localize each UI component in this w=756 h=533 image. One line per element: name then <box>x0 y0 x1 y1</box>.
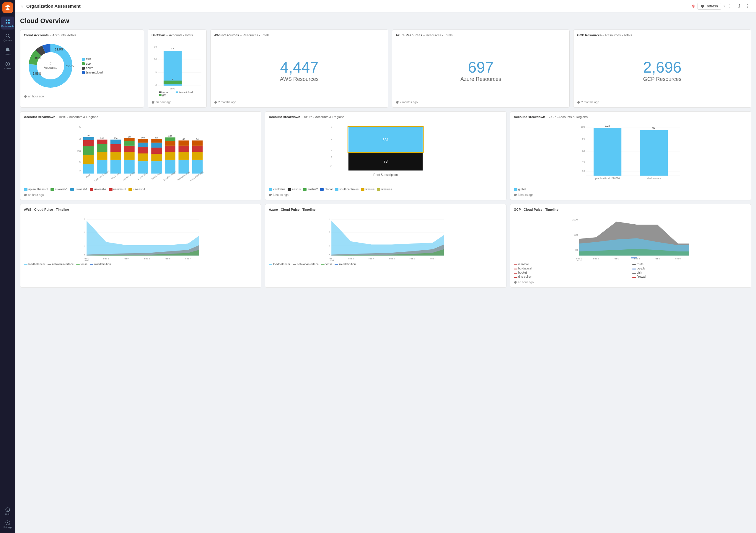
svg-text:5: 5 <box>331 150 333 153</box>
azure-breakdown-footer: 3 hours ago <box>269 193 502 196</box>
svg-rect-76 <box>124 146 135 152</box>
svg-rect-66 <box>110 152 121 160</box>
svg-rect-126 <box>192 140 203 146</box>
svg-text:Feb 4: Feb 4 <box>124 257 129 260</box>
svg-rect-84 <box>138 153 148 161</box>
svg-rect-58 <box>97 152 107 160</box>
svg-rect-114 <box>178 152 189 160</box>
gcp-breakdown-chart: 100 80 60 40 20 103 <box>514 121 747 186</box>
svg-text:6: 6 <box>329 217 331 220</box>
svg-text:Feb 2: Feb 2 <box>593 257 599 260</box>
svg-text:48: 48 <box>182 138 185 140</box>
svg-text:631: 631 <box>383 138 389 142</box>
svg-text:Feb 6: Feb 6 <box>675 257 681 260</box>
svg-rect-48 <box>83 155 94 164</box>
sidebar-item-help[interactable]: ? Help <box>1 505 14 518</box>
gcp-timeline-footer: an hour ago <box>514 281 747 284</box>
svg-rect-106 <box>165 146 176 152</box>
svg-rect-35 <box>159 91 162 93</box>
svg-rect-3 <box>8 22 10 23</box>
svg-rect-96 <box>151 148 162 154</box>
svg-text:5: 5 <box>79 160 81 163</box>
svg-text:88: 88 <box>128 136 130 138</box>
gcp-breakdown-footer: 3 hours ago <box>514 193 747 196</box>
svg-rect-70 <box>110 140 121 144</box>
svg-text:5: 5 <box>331 125 333 128</box>
svg-text:2023: 2023 <box>84 259 89 261</box>
svg-text:Audit: Audit <box>85 173 91 179</box>
svg-rect-98 <box>151 142 162 148</box>
bar-chart-title: BarChart – Accounts -Totals <box>151 33 203 37</box>
main-area: ☆ Organization Assessment ❋ Refresh ▾ ⛶ … <box>15 0 756 533</box>
legend-aws: aws <box>82 58 103 61</box>
gcp-breakdown-card: Account Breakdown – GCP - Accounts & Reg… <box>510 111 751 200</box>
svg-rect-64 <box>110 160 121 173</box>
row-1: Cloud Accounts – Accounts -Totals <box>20 30 751 108</box>
svg-text:10: 10 <box>330 165 333 168</box>
topbar-actions: Refresh ▾ ⛶ ⤴ ⋮ <box>697 2 751 10</box>
svg-text:4: 4 <box>84 231 85 234</box>
svg-rect-116 <box>178 146 189 152</box>
svg-text:Feb 6: Feb 6 <box>410 257 415 260</box>
azure-timeline-title: Azure - Cloud Pulse - Timeline <box>269 208 502 211</box>
page-title: Organization Assessment <box>26 4 689 9</box>
svg-text:5: 5 <box>79 125 81 128</box>
legend-gcp: gcp <box>82 62 103 65</box>
svg-rect-74 <box>124 152 135 160</box>
aws-timeline-title: AWS - Cloud Pulse - Timeline <box>24 208 257 211</box>
svg-text:11.8%: 11.8% <box>55 48 63 51</box>
bar-chart-footer: an hour ago <box>151 101 203 104</box>
aws-resources-footer: 2 months ago <box>214 101 236 104</box>
svg-text:76.5%: 76.5% <box>65 64 73 68</box>
sidebar-item-alerts[interactable]: Alerts <box>1 45 14 58</box>
sidebar-item-create[interactable]: Create <box>1 59 14 72</box>
azure-timeline-chart: 6 4 2 0 Feb 2 2023 Feb <box>269 214 502 261</box>
svg-rect-37 <box>176 91 178 93</box>
svg-text:2: 2 <box>329 244 331 247</box>
svg-text:104: 104 <box>168 135 172 137</box>
sidebar-item-dashboards[interactable]: Dashboards <box>1 16 14 30</box>
svg-text:168: 168 <box>141 136 145 139</box>
azure-resources-title: Azure Resources – Resources - Totals <box>396 33 453 37</box>
refresh-button[interactable]: Refresh <box>697 3 721 10</box>
svg-text:2: 2 <box>79 137 81 140</box>
svg-text:tencentcloud: tencentcloud <box>179 91 193 94</box>
svg-rect-1 <box>8 19 10 21</box>
star-icon[interactable]: ☆ <box>20 4 24 9</box>
cloud-accounts-title: Cloud Accounts – Accounts -Totals <box>24 33 140 37</box>
svg-text:#: # <box>50 62 52 65</box>
svg-rect-118 <box>178 140 189 146</box>
svg-rect-80 <box>124 138 135 141</box>
svg-rect-110 <box>165 138 176 141</box>
gcp-resources-footer: 2 months ago <box>577 101 599 104</box>
svg-text:6: 6 <box>84 217 85 220</box>
sidebar-item-queries[interactable]: Queries <box>1 31 14 44</box>
sidebar-item-settings[interactable]: Settings <box>1 518 14 531</box>
azure-breakdown-chart: 5 2 5 2 10 73 631 <box>269 121 502 186</box>
svg-rect-82 <box>138 161 148 173</box>
donut-legend: aws gcp azure tencentcloud <box>82 58 103 74</box>
svg-text:0: 0 <box>155 84 157 87</box>
svg-rect-68 <box>110 144 121 152</box>
svg-rect-32 <box>164 81 182 84</box>
svg-rect-46 <box>83 165 94 173</box>
svg-rect-50 <box>83 146 94 155</box>
svg-text:Feb 5: Feb 5 <box>654 257 660 260</box>
svg-text:2: 2 <box>84 244 85 247</box>
share-button[interactable]: ⤴ <box>737 2 742 10</box>
svg-text:10: 10 <box>575 248 578 251</box>
svg-rect-2 <box>6 22 7 23</box>
svg-text:134: 134 <box>114 137 118 140</box>
svg-text:2: 2 <box>331 156 333 159</box>
svg-text:Feb 3: Feb 3 <box>103 257 109 260</box>
svg-rect-124 <box>192 146 203 152</box>
svg-rect-78 <box>124 141 135 146</box>
svg-text:2023: 2023 <box>329 259 334 261</box>
azure-resources-footer: 2 months ago <box>396 101 418 104</box>
svg-line-5 <box>9 37 10 38</box>
fullscreen-button[interactable]: ⛶ <box>728 2 735 10</box>
svg-text:stacklet-sam: stacklet-sam <box>647 177 661 180</box>
svg-rect-94 <box>151 154 162 161</box>
azure-resources-card: Azure Resources – Resources - Totals 697… <box>392 30 570 108</box>
more-button[interactable]: ⋮ <box>744 2 751 10</box>
